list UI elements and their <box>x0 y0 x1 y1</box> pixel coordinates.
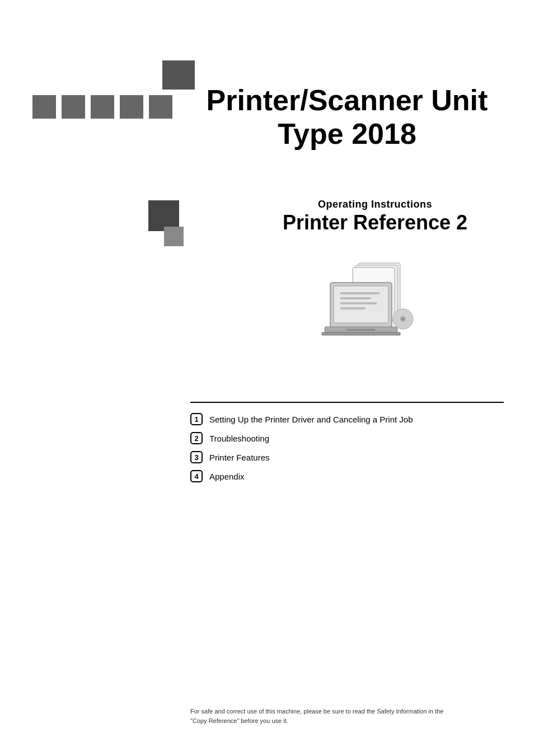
svg-rect-8 <box>340 292 380 294</box>
deco-subtitle-squares <box>148 200 184 246</box>
deco-sq-5 <box>149 95 172 119</box>
subtitle-block: Operating Instructions Printer Reference… <box>246 199 504 234</box>
svg-rect-10 <box>340 302 377 304</box>
toc-divider <box>190 402 504 403</box>
toc-item-3: 3 Printer Features <box>190 451 504 463</box>
toc-item-2: 2 Troubleshooting <box>190 432 504 444</box>
main-title-block: Printer/Scanner Unit Type 2018 <box>185 84 509 151</box>
toc-badge-3: 3 <box>190 451 203 463</box>
toc-label-3: Printer Features <box>209 453 270 462</box>
deco-sq-1 <box>32 95 56 119</box>
device-illustration <box>313 257 425 353</box>
deco-sq-4 <box>120 95 143 119</box>
toc-label-2: Troubleshooting <box>209 434 269 443</box>
toc-label-1: Setting Up the Printer Driver and Cancel… <box>209 415 413 424</box>
footer-note: For safe and correct use of this machine… <box>190 707 504 725</box>
deco-sq-3 <box>91 95 114 119</box>
deco-sq-small <box>164 227 184 246</box>
toc-badge-1: 1 <box>190 413 203 425</box>
deco-squares-row <box>32 95 172 119</box>
reference-title: Printer Reference 2 <box>246 210 504 234</box>
svg-rect-7 <box>347 329 375 331</box>
footer-note-text: For safe and correct use of this machine… <box>190 708 443 724</box>
svg-rect-6 <box>322 332 400 335</box>
svg-rect-11 <box>340 307 366 309</box>
page: Printer/Scanner Unit Type 2018 Operating… <box>0 0 534 756</box>
operating-instructions-label: Operating Instructions <box>246 199 504 210</box>
toc-item-1: 1 Setting Up the Printer Driver and Canc… <box>190 413 504 425</box>
toc-section: 1 Setting Up the Printer Driver and Canc… <box>190 402 504 489</box>
toc-item-4: 4 Appendix <box>190 470 504 482</box>
main-title: Printer/Scanner Unit Type 2018 <box>185 84 509 151</box>
toc-badge-4: 4 <box>190 470 203 482</box>
toc-badge-2: 2 <box>190 432 203 444</box>
toc-label-4: Appendix <box>209 472 245 481</box>
deco-sq-2 <box>62 95 85 119</box>
svg-rect-9 <box>340 297 371 299</box>
svg-point-14 <box>402 318 404 320</box>
